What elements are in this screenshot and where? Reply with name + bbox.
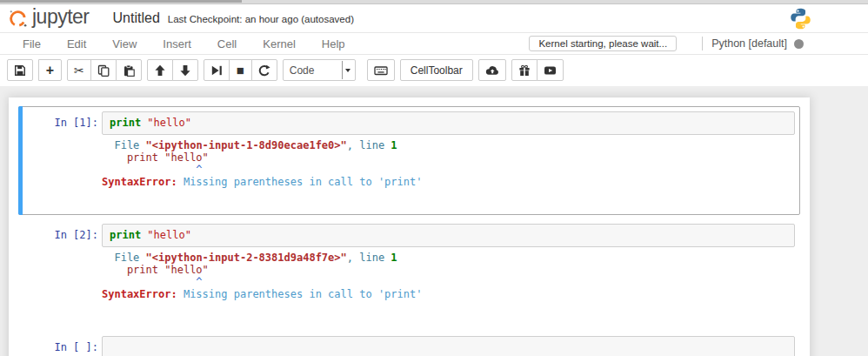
scissors-icon: ✂ [74, 64, 84, 77]
kernel-status-notification: Kernel starting, please wait... [529, 36, 677, 51]
code-cell-2[interactable]: In [2]: print "hello" File "<ipython-inp… [18, 218, 800, 327]
keyboard-icon [374, 64, 388, 77]
menu-file[interactable]: File [10, 34, 54, 54]
cloud-upload-button[interactable] [478, 59, 506, 81]
insert-cell-below-button[interactable]: + [38, 59, 62, 81]
error-output: File "<ipython-input-2-8381d9a48f7e>", l… [102, 252, 795, 300]
jupyter-logo-text: jupyter [32, 7, 90, 27]
chevron-down-icon [345, 69, 351, 72]
toolbar: + ✂ [0, 55, 868, 86]
menu-edit[interactable]: Edit [54, 34, 99, 54]
copy-cell-button[interactable] [90, 59, 117, 81]
move-cell-up-button[interactable] [147, 59, 173, 81]
browser-top-strip-segment [0, 0, 242, 3]
clipboard-icon [123, 64, 135, 77]
stop-icon: ■ [237, 64, 244, 77]
interrupt-kernel-button[interactable]: ■ [229, 59, 252, 81]
code-editor[interactable]: print "hello" [102, 224, 795, 247]
paste-cell-button[interactable] [116, 59, 142, 81]
menu-cell[interactable]: Cell [204, 34, 250, 54]
notebook-header: jupyter Untitled Last Checkpoint: an hou… [0, 4, 868, 32]
menu-view[interactable]: View [99, 34, 150, 54]
move-cell-down-button[interactable] [172, 59, 198, 81]
error-output: File "<ipython-input-1-8d90ecae1fe0>", l… [102, 139, 795, 188]
checkpoint-status: Last Checkpoint: an hour ago (autosaved) [168, 14, 354, 24]
copy-icon [97, 64, 110, 77]
video-play-icon [544, 64, 557, 77]
code-cell-1[interactable]: In [1]: print "hello" File "<ipython-inp… [18, 106, 800, 215]
separator [702, 37, 703, 50]
command-palette-button[interactable] [367, 59, 395, 81]
restart-kernel-button[interactable] [251, 59, 277, 81]
output-prompt [23, 139, 102, 188]
input-prompt: In [ ]: [23, 336, 102, 356]
code-editor[interactable] [102, 336, 795, 356]
notebook-panel: In [1]: print "hello" File "<ipython-inp… [0, 86, 868, 356]
jupyter-logo[interactable]: jupyter [8, 9, 90, 29]
step-forward-icon [210, 64, 223, 77]
video-play-button[interactable] [537, 59, 564, 81]
kernel-name-label: Python [default] [711, 37, 787, 50]
code-cell-3[interactable]: In [ ]: [18, 331, 800, 356]
arrow-up-icon [154, 64, 166, 77]
menu-insert[interactable]: Insert [150, 34, 204, 54]
run-cell-button[interactable] [204, 59, 230, 81]
jupyter-logo-icon [8, 9, 28, 29]
cut-cell-button[interactable]: ✂ [67, 59, 91, 81]
menu-kernel[interactable]: Kernel [250, 34, 309, 54]
code-editor[interactable]: print "hello" [102, 111, 795, 135]
cell-toolbar-label: CellToolbar [411, 64, 463, 77]
cell-toolbar-button[interactable]: CellToolbar [400, 59, 473, 81]
menu-bar: File Edit View Insert Cell Kernel Help K… [0, 32, 868, 55]
input-prompt: In [1]: [23, 111, 102, 135]
save-button[interactable] [7, 59, 33, 81]
restart-icon [258, 64, 270, 77]
gift-icon [518, 64, 531, 77]
python-logo-icon [789, 7, 812, 30]
cell-type-value: Code [290, 64, 315, 77]
input-prompt: In [2]: [23, 224, 102, 247]
floppy-disk-icon [14, 64, 26, 77]
gift-button[interactable] [511, 59, 537, 81]
notebook-title[interactable]: Untitled [113, 10, 160, 26]
output-prompt [23, 252, 102, 300]
cloud-upload-icon [485, 64, 499, 77]
select-dropdown-strip [342, 61, 354, 79]
kernel-busy-indicator-icon [794, 39, 804, 49]
cell-type-select[interactable]: Code [283, 59, 356, 81]
plus-icon: + [46, 64, 54, 77]
notebook-container: In [1]: print "hello" File "<ipython-inp… [9, 97, 810, 356]
arrow-down-icon [179, 64, 191, 77]
menu-help[interactable]: Help [309, 34, 358, 54]
